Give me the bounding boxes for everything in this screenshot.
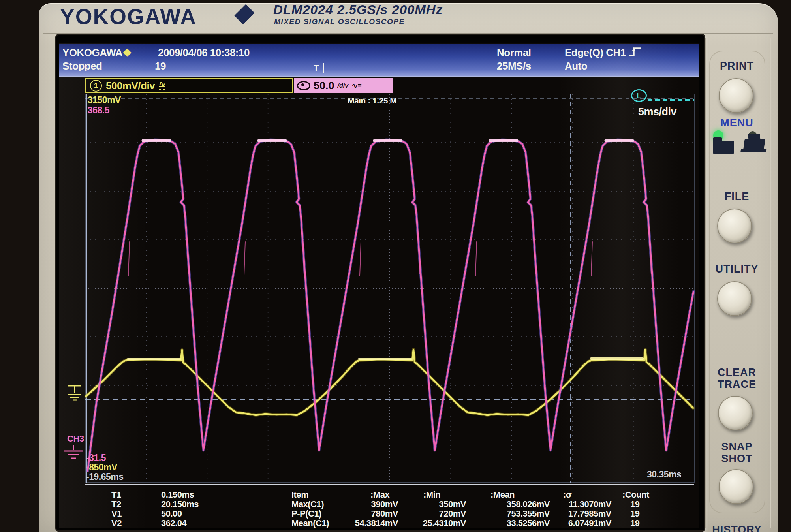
snap-shot-button[interactable] [719,469,753,504]
grid-border [85,94,694,483]
math-trace-glitch [128,242,130,276]
clear-trace-button[interactable] [718,396,753,430]
waveform-display [0,0,791,532]
history-label: HISTORY [697,524,776,532]
oscilloscope-photo: YOKOGAWA DLM2024 2.5GS/s 200MHz MIXED SI… [0,0,791,532]
printer-icon [743,139,765,149]
utility-button[interactable] [717,281,752,316]
clear-label: CLEAR [697,367,776,379]
math-trace-fringe [88,140,693,471]
math-trace-glitch [475,242,477,276]
math-trace [88,140,693,471]
math-trace-glitch [591,242,592,276]
shot-label: SHOT [697,453,776,465]
folder-icon [713,141,734,154]
menu-label: MENU [697,117,776,129]
math-trace-glitch [244,242,245,276]
math-trace-glitch [360,242,361,276]
print-label: PRINT [697,60,776,72]
file-label: FILE [697,190,776,203]
trace-label: TRACE [697,378,776,391]
snap-label: SNAP [697,441,776,453]
utility-label: UTILITY [697,263,776,275]
file-button[interactable] [717,209,752,243]
print-button[interactable] [719,78,753,113]
